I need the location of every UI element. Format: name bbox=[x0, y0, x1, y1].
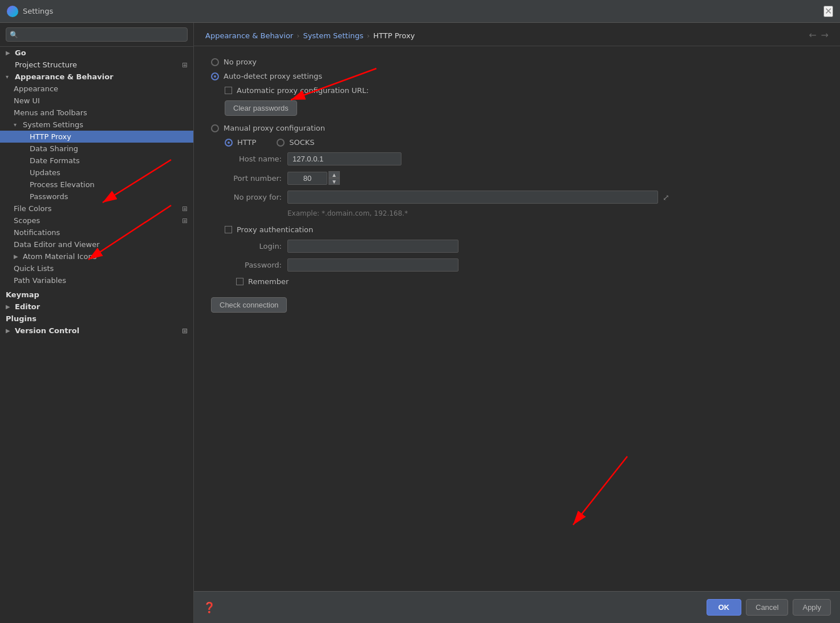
help-button[interactable]: ❓ bbox=[203, 601, 216, 613]
sidebar-item-process-elevation[interactable]: Process Elevation bbox=[0, 179, 193, 191]
bottom-bar: ❓ OK Cancel Apply bbox=[194, 591, 840, 623]
expand-icon-ss: ▾ bbox=[14, 122, 21, 128]
port-label: Port number: bbox=[225, 174, 287, 183]
sidebar-item-notifications[interactable]: Notifications bbox=[0, 226, 193, 238]
sidebar-item-data-sharing[interactable]: Data Sharing bbox=[0, 143, 193, 155]
sidebar-item-scopes[interactable]: Scopes ⊞ bbox=[0, 215, 193, 226]
expand-icon-ami: ▶ bbox=[14, 253, 21, 260]
apply-button[interactable]: Apply bbox=[793, 599, 831, 616]
nav-forward-arrow[interactable]: → bbox=[821, 31, 829, 40]
close-button[interactable]: ✕ bbox=[823, 6, 833, 17]
search-wrap: 🔍 bbox=[6, 27, 188, 42]
sidebar-label-atom-material-icons: Atom Material Icons bbox=[23, 252, 96, 261]
port-increment-button[interactable]: ▲ bbox=[328, 171, 340, 178]
remember-label[interactable]: Remember bbox=[248, 277, 289, 286]
sidebar-label-process-elevation: Process Elevation bbox=[30, 180, 95, 189]
title-bar: Settings ✕ bbox=[0, 0, 840, 23]
gear-icon-sc: ⊞ bbox=[182, 217, 188, 225]
hostname-label: Host name: bbox=[225, 155, 287, 163]
sidebar-item-version-control[interactable]: ▶ Version Control ⊞ bbox=[0, 325, 193, 337]
sidebar-label-system-settings: System Settings bbox=[23, 120, 83, 129]
check-connection-button[interactable]: Check connection bbox=[211, 297, 287, 313]
breadcrumb-appearance-behavior[interactable]: Appearance & Behavior bbox=[205, 31, 293, 40]
sidebar-item-editor[interactable]: ▶ Editor bbox=[0, 301, 193, 313]
port-row: Port number: ▲ ▼ bbox=[225, 171, 823, 185]
sidebar-label-plugins: Plugins bbox=[6, 314, 36, 323]
app-icon bbox=[7, 6, 18, 17]
sidebar-item-system-settings[interactable]: ▾ System Settings bbox=[0, 119, 193, 131]
sidebar-label-menus-toolbars: Menus and Toolbars bbox=[14, 108, 87, 117]
auto-detect-row: Auto-detect proxy settings bbox=[211, 72, 823, 80]
http-label[interactable]: HTTP bbox=[237, 138, 256, 147]
expand-icon-ab: ▾ bbox=[6, 74, 13, 80]
sidebar-item-http-proxy[interactable]: HTTP Proxy bbox=[0, 131, 193, 143]
no-proxy-label[interactable]: No proxy bbox=[224, 58, 257, 66]
sidebar-label-keymap: Keymap bbox=[6, 290, 39, 299]
sidebar-label-http-proxy: HTTP Proxy bbox=[30, 132, 71, 141]
nav-back-arrow[interactable]: ← bbox=[809, 31, 816, 40]
port-input[interactable] bbox=[287, 172, 327, 185]
gear-icon-ps: ⊞ bbox=[182, 61, 188, 69]
sidebar-label-ab: Appearance & Behavior bbox=[15, 72, 113, 81]
sidebar-label-project-structure: Project Structure bbox=[15, 60, 77, 69]
login-input[interactable] bbox=[287, 240, 458, 253]
sidebar-item-go[interactable]: ▶ Go bbox=[0, 47, 193, 59]
sidebar-item-path-variables[interactable]: Path Variables bbox=[0, 274, 193, 286]
sidebar-item-date-formats[interactable]: Date Formats bbox=[0, 155, 193, 167]
sidebar-label-scopes: Scopes bbox=[14, 216, 40, 225]
sidebar-item-project-structure[interactable]: Project Structure ⊞ bbox=[0, 59, 193, 71]
sidebar-item-quick-lists[interactable]: Quick Lists bbox=[0, 262, 193, 274]
sidebar-item-file-colors[interactable]: File Colors ⊞ bbox=[0, 203, 193, 215]
expand-no-proxy-button[interactable]: ⤢ bbox=[663, 193, 669, 202]
sidebar-label-notifications: Notifications bbox=[14, 228, 60, 237]
auto-detect-label[interactable]: Auto-detect proxy settings bbox=[224, 72, 322, 80]
proxy-auth-label[interactable]: Proxy authentication bbox=[237, 225, 313, 234]
manual-proxy-row: Manual proxy configuration bbox=[211, 124, 823, 132]
search-input[interactable] bbox=[6, 27, 188, 42]
port-decrement-button[interactable]: ▼ bbox=[328, 178, 340, 185]
auto-detect-radio[interactable] bbox=[211, 72, 219, 80]
no-proxy-example: Example: *.domain.com, 192.168.* bbox=[225, 209, 823, 217]
sidebar-item-menus-toolbars[interactable]: Menus and Toolbars bbox=[0, 107, 193, 119]
password-input[interactable] bbox=[287, 258, 458, 272]
sidebar-item-data-editor-viewer[interactable]: Data Editor and Viewer bbox=[0, 238, 193, 250]
sidebar-label-appearance: Appearance bbox=[14, 84, 58, 93]
remember-checkbox[interactable] bbox=[236, 278, 244, 285]
hostname-input[interactable] bbox=[287, 152, 401, 165]
sidebar-item-keymap[interactable]: Keymap bbox=[0, 289, 193, 301]
sidebar-item-appearance[interactable]: Appearance bbox=[0, 83, 193, 95]
auto-config-label[interactable]: Automatic proxy configuration URL: bbox=[237, 86, 369, 95]
socks-label[interactable]: SOCKS bbox=[289, 138, 314, 147]
socks-radio[interactable] bbox=[277, 139, 285, 147]
gear-icon-vc: ⊞ bbox=[182, 327, 188, 335]
sidebar-item-plugins[interactable]: Plugins bbox=[0, 313, 193, 325]
no-proxy-for-label: No proxy for: bbox=[225, 193, 287, 201]
sidebar-label-file-colors: File Colors bbox=[14, 204, 52, 213]
clear-passwords-button[interactable]: Clear passwords bbox=[225, 100, 297, 116]
sidebar-item-new-ui[interactable]: New UI bbox=[0, 95, 193, 107]
proxy-auth-checkbox[interactable] bbox=[225, 226, 232, 233]
sidebar-label-go: Go bbox=[15, 48, 26, 57]
manual-proxy-label[interactable]: Manual proxy configuration bbox=[224, 124, 325, 132]
cancel-button[interactable]: Cancel bbox=[746, 599, 788, 616]
proxy-auth-row: Proxy authentication bbox=[225, 225, 823, 234]
sidebar-item-appearance-behavior[interactable]: ▾ Appearance & Behavior bbox=[0, 71, 193, 83]
window-title: Settings bbox=[23, 7, 53, 15]
auto-config-checkbox[interactable] bbox=[225, 87, 232, 94]
manual-proxy-radio[interactable] bbox=[211, 124, 219, 132]
sidebar-item-atom-material-icons[interactable]: ▶ Atom Material Icons bbox=[0, 250, 193, 262]
content-body: No proxy Auto-detect proxy settings Auto… bbox=[194, 46, 840, 591]
ok-button[interactable]: OK bbox=[707, 599, 742, 616]
sidebar-label-passwords: Passwords bbox=[30, 192, 68, 201]
http-radio[interactable] bbox=[225, 139, 233, 147]
sidebar-item-passwords[interactable]: Passwords bbox=[0, 191, 193, 203]
sidebar-label-new-ui: New UI bbox=[14, 96, 40, 105]
sidebar-search-container: 🔍 bbox=[0, 23, 193, 47]
no-proxy-for-input[interactable] bbox=[287, 191, 658, 204]
sidebar-item-updates[interactable]: Updates bbox=[0, 167, 193, 179]
sidebar-label-updates: Updates bbox=[30, 168, 60, 177]
breadcrumb-system-settings[interactable]: System Settings bbox=[303, 31, 363, 40]
no-proxy-radio[interactable] bbox=[211, 58, 219, 66]
breadcrumb-sep-2: › bbox=[367, 31, 370, 40]
password-label: Password: bbox=[225, 261, 287, 269]
